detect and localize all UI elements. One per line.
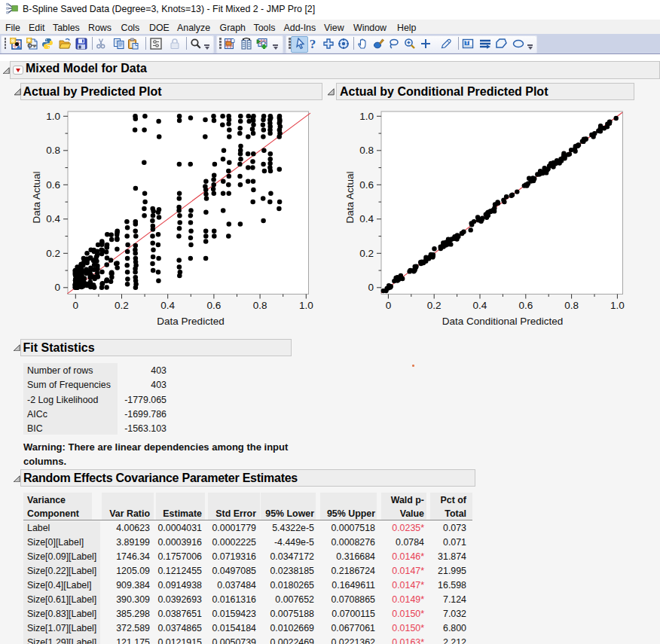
svg-text:1.0: 1.0 bbox=[610, 300, 625, 311]
svg-text:0.6: 0.6 bbox=[359, 179, 374, 191]
svg-text:0.6: 0.6 bbox=[518, 300, 533, 311]
svg-text:0.4: 0.4 bbox=[473, 300, 487, 311]
svg-text:0: 0 bbox=[368, 282, 374, 293]
svg-text:0.8: 0.8 bbox=[564, 300, 579, 311]
svg-text:0.4: 0.4 bbox=[359, 213, 374, 224]
svg-text:0.8: 0.8 bbox=[359, 145, 374, 156]
svg-text:1.0: 1.0 bbox=[359, 111, 374, 122]
svg-text:0.2: 0.2 bbox=[359, 248, 374, 259]
svg-text:0: 0 bbox=[386, 300, 392, 311]
svg-text:0.2: 0.2 bbox=[427, 300, 442, 311]
